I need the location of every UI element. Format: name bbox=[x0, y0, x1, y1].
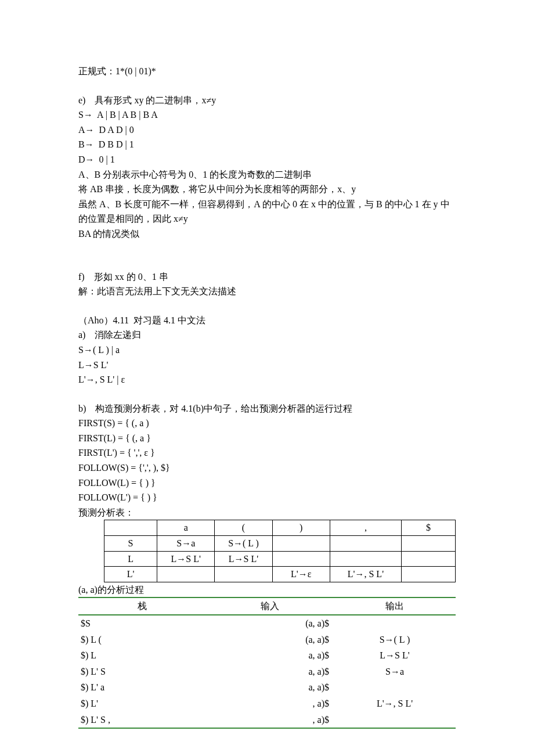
follow-set: FOLLOW(L') = { ) } bbox=[78, 490, 456, 505]
trace-label: (a, a)的分析过程 bbox=[78, 582, 456, 597]
table-cell bbox=[330, 551, 401, 567]
table-cell: L→S L' bbox=[157, 551, 215, 567]
table-cell: L'→ε bbox=[272, 567, 330, 582]
trace-row: $) L ( (a, a)$ S→( L ) bbox=[78, 632, 456, 648]
table-header-cell: ( bbox=[215, 520, 272, 536]
table-cell: S→( L ) bbox=[215, 536, 272, 552]
table-row: S S→a S→( L ) bbox=[104, 536, 456, 552]
grammar-rule: L→S L' bbox=[78, 358, 456, 373]
stack-header: 栈 bbox=[78, 597, 206, 615]
input-cell: , a)$ bbox=[206, 712, 334, 729]
stack-cell: $) L' a bbox=[78, 679, 206, 696]
output-cell bbox=[334, 615, 456, 632]
section-e-head: e) 具有形式 xy 的二进制串，x≠y bbox=[78, 93, 456, 108]
table-header-row: 栈 输入 输出 bbox=[78, 597, 456, 615]
trace-row: $) L' , a)$ L'→, S L' bbox=[78, 696, 456, 712]
trace-row: $S (a, a)$ bbox=[78, 615, 456, 632]
table-cell: L→S L' bbox=[215, 551, 272, 567]
output-header: 输出 bbox=[334, 597, 456, 615]
parse-trace-table: 栈 输入 输出 $S (a, a)$ $) L ( (a, a)$ S→( L … bbox=[78, 597, 456, 729]
first-set: FIRST(L) = { (, a } bbox=[78, 431, 456, 446]
table-row: L L→S L' L→S L' bbox=[104, 551, 456, 567]
input-cell: a, a)$ bbox=[206, 679, 334, 696]
output-cell bbox=[334, 712, 456, 729]
regex-line: 正规式：1*(0 | 01)* bbox=[78, 64, 456, 79]
table-header-cell: $ bbox=[401, 520, 455, 536]
input-header: 输入 bbox=[206, 597, 334, 615]
follow-set: FOLLOW(L) = { ) } bbox=[78, 476, 456, 491]
table-cell bbox=[401, 567, 455, 582]
explanation-text: A、B 分别表示中心符号为 0、1 的长度为奇数的二进制串 bbox=[78, 167, 456, 182]
table-header-cell: ) bbox=[272, 520, 330, 536]
table-cell: S bbox=[104, 536, 157, 552]
input-cell: (a, a)$ bbox=[206, 615, 334, 632]
trace-row: $) L' S a, a)$ S→a bbox=[78, 664, 456, 680]
trace-row: $) L' S , , a)$ bbox=[78, 712, 456, 729]
answer-text: 解：此语言无法用上下文无关文法描述 bbox=[78, 284, 456, 299]
stack-cell: $) L bbox=[78, 647, 206, 664]
first-set: FIRST(S) = { (, a ) bbox=[78, 416, 456, 431]
table-cell bbox=[330, 536, 401, 552]
explanation-text: 虽然 A、B 长度可能不一样，但容易得到，A 的中心 0 在 x 中的位置，与 … bbox=[78, 197, 456, 226]
aho-head: （Aho）4.11 对习题 4.1 中文法 bbox=[78, 313, 456, 328]
parse-table-label: 预测分析表： bbox=[78, 505, 456, 520]
follow-set: FOLLOW(S) = {',', ), $} bbox=[78, 460, 456, 476]
stack-cell: $) L' S bbox=[78, 664, 206, 680]
stack-cell: $S bbox=[78, 615, 206, 632]
predictive-parse-table: a ( ) , $ S S→a S→( L ) L L→S L' L→S L' bbox=[104, 520, 456, 582]
table-cell: S→a bbox=[157, 536, 215, 552]
document-page: 正规式：1*(0 | 01)* e) 具有形式 xy 的二进制串，x≠y S→ … bbox=[0, 0, 534, 756]
output-cell: L→S L' bbox=[334, 647, 456, 664]
table-cell bbox=[272, 551, 330, 567]
output-cell bbox=[334, 679, 456, 696]
table-cell bbox=[157, 567, 215, 582]
section-b-head: b) 构造预测分析表，对 4.1(b)中句子，给出预测分析器的运行过程 bbox=[78, 401, 456, 416]
grammar-rule: B→ D B D | 1 bbox=[78, 137, 456, 152]
output-cell: S→a bbox=[334, 664, 456, 680]
grammar-rule: S→( L ) | a bbox=[78, 343, 456, 358]
table-header-row: a ( ) , $ bbox=[104, 520, 456, 536]
table-row: L' L'→ε L'→, S L' bbox=[104, 567, 456, 582]
explanation-text: BA 的情况类似 bbox=[78, 226, 456, 242]
table-cell bbox=[401, 551, 455, 567]
input-cell: (a, a)$ bbox=[206, 632, 334, 648]
trace-row: $) L a, a)$ L→S L' bbox=[78, 647, 456, 664]
section-f-head: f) 形如 xx 的 0、1 串 bbox=[78, 269, 456, 285]
input-cell: a, a)$ bbox=[206, 647, 334, 664]
stack-cell: $) L ( bbox=[78, 632, 206, 648]
stack-cell: $) L' bbox=[78, 696, 206, 712]
table-cell bbox=[215, 567, 272, 582]
grammar-rule: S→ A | B | A B | B A bbox=[78, 107, 456, 123]
table-cell: L bbox=[104, 551, 157, 567]
table-cell: L'→, S L' bbox=[330, 567, 401, 582]
explanation-text: 将 AB 串接，长度为偶数，将它从中间分为长度相等的两部分，x、y bbox=[78, 182, 456, 197]
output-cell: S→( L ) bbox=[334, 632, 456, 648]
stack-cell: $) L' S , bbox=[78, 712, 206, 729]
table-header-cell bbox=[104, 520, 157, 536]
grammar-rule: L'→, S L' | ε bbox=[78, 372, 456, 387]
table-cell: L' bbox=[104, 567, 157, 582]
input-cell: a, a)$ bbox=[206, 664, 334, 680]
first-set: FIRST(L') = { ',', ε } bbox=[78, 445, 456, 460]
section-a-head: a) 消除左递归 bbox=[78, 327, 456, 343]
table-cell bbox=[272, 536, 330, 552]
table-header-cell: , bbox=[330, 520, 401, 536]
table-cell bbox=[401, 536, 455, 552]
grammar-rule: A→ D A D | 0 bbox=[78, 123, 456, 138]
trace-row: $) L' a a, a)$ bbox=[78, 679, 456, 696]
output-cell: L'→, S L' bbox=[334, 696, 456, 712]
table-header-cell: a bbox=[157, 520, 215, 536]
input-cell: , a)$ bbox=[206, 696, 334, 712]
grammar-rule: D→ 0 | 1 bbox=[78, 152, 456, 167]
